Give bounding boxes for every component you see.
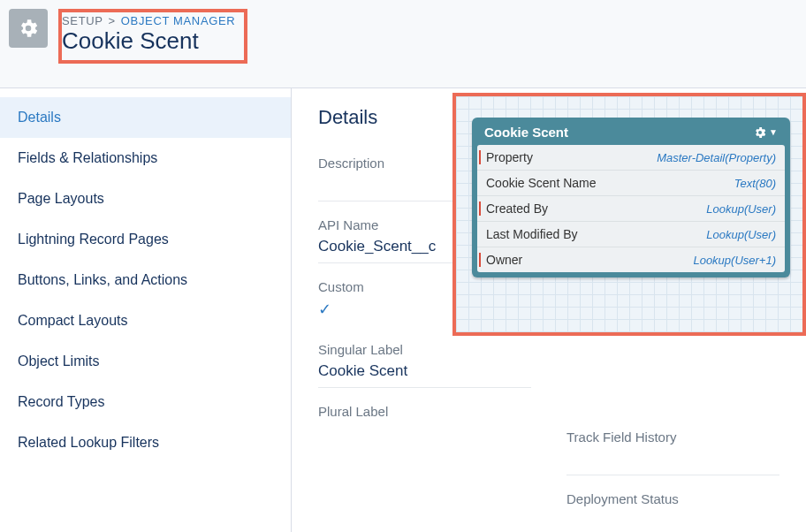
row-marker bbox=[479, 150, 481, 164]
breadcrumb: SETUP > OBJECT MANAGER bbox=[62, 14, 235, 27]
breadcrumb-separator: > bbox=[109, 14, 116, 27]
field-track-history: Track Field History bbox=[566, 429, 779, 475]
sidebar-item-record-types[interactable]: Record Types bbox=[0, 382, 291, 422]
schema-row[interactable]: Owner Lookup(User+1) bbox=[477, 247, 785, 272]
sidebar-item-object-limits[interactable]: Object Limits bbox=[0, 341, 291, 382]
row-marker bbox=[479, 201, 481, 216]
schema-row[interactable]: Property Master-Detail(Property) bbox=[477, 145, 785, 171]
label-track-history: Track Field History bbox=[566, 429, 779, 445]
sidebar-item-fields[interactable]: Fields & Relationships bbox=[0, 138, 291, 179]
schema-field-type: Lookup(User+1) bbox=[693, 254, 776, 267]
schema-highlight-box: Cookie Scent ▼ Property Master-Detail(Pr… bbox=[452, 93, 806, 336]
field-deployment: Deployment Status bbox=[566, 491, 779, 506]
page-header: SETUP > OBJECT MANAGER Cookie Scent bbox=[0, 0, 806, 88]
breadcrumb-setup[interactable]: SETUP bbox=[62, 14, 103, 27]
field-plural: Plural Label bbox=[318, 404, 531, 419]
sidebar-item-compact-layouts[interactable]: Compact Layouts bbox=[0, 300, 291, 341]
schema-row[interactable]: Last Modified By Lookup(User) bbox=[477, 222, 785, 247]
title-highlight-box: SETUP > OBJECT MANAGER Cookie Scent bbox=[58, 9, 247, 64]
chevron-down-icon: ▼ bbox=[769, 127, 778, 137]
schema-field-name: Created By bbox=[486, 201, 548, 216]
schema-row[interactable]: Cookie Scent Name Text(80) bbox=[477, 171, 785, 196]
content-area: Details Fields & Relationships Page Layo… bbox=[0, 88, 806, 532]
sidebar-item-page-layouts[interactable]: Page Layouts bbox=[0, 179, 291, 219]
schema-card-header: Cookie Scent ▼ bbox=[477, 123, 785, 145]
schema-field-type: Master-Detail(Property) bbox=[657, 151, 776, 164]
schema-card-body: Property Master-Detail(Property) Cookie … bbox=[477, 145, 785, 272]
sidebar-item-lightning-pages[interactable]: Lightning Record Pages bbox=[0, 219, 291, 260]
sidebar-item-buttons-links[interactable]: Buttons, Links, and Actions bbox=[0, 260, 291, 300]
schema-field-name: Owner bbox=[486, 253, 522, 267]
label-deployment: Deployment Status bbox=[566, 491, 779, 506]
schema-field-name: Property bbox=[486, 150, 533, 164]
check-icon: ✓ bbox=[318, 300, 331, 318]
value-track-history bbox=[566, 446, 779, 475]
schema-card-menu[interactable]: ▼ bbox=[753, 125, 778, 140]
label-plural: Plural Label bbox=[318, 404, 531, 419]
schema-card[interactable]: Cookie Scent ▼ Property Master-Detail(Pr… bbox=[472, 118, 790, 277]
schema-card-title: Cookie Scent bbox=[484, 125, 568, 140]
schema-field-type: Lookup(User) bbox=[706, 228, 776, 241]
row-marker bbox=[479, 253, 481, 267]
label-singular: Singular Label bbox=[318, 342, 531, 357]
schema-field-type: Text(80) bbox=[734, 177, 776, 190]
sidebar-item-details[interactable]: Details bbox=[0, 97, 291, 138]
schema-field-type: Lookup(User) bbox=[706, 202, 776, 216]
schema-field-name: Cookie Scent Name bbox=[486, 176, 597, 190]
value-singular: Cookie Scent bbox=[318, 359, 531, 388]
sidebar-item-related-lookup[interactable]: Related Lookup Filters bbox=[0, 422, 291, 463]
field-singular: Singular Label Cookie Scent bbox=[318, 342, 531, 388]
details-panel: Details Description API Name Cookie_Scen… bbox=[292, 88, 806, 532]
schema-field-name: Last Modified By bbox=[486, 227, 578, 241]
schema-row[interactable]: Created By Lookup(User) bbox=[477, 196, 785, 222]
gear-icon bbox=[17, 17, 40, 40]
object-sidebar: Details Fields & Relationships Page Layo… bbox=[0, 88, 292, 532]
gear-icon bbox=[753, 125, 767, 140]
breadcrumb-object-manager[interactable]: OBJECT MANAGER bbox=[121, 14, 236, 27]
setup-gear-icon bbox=[9, 9, 48, 48]
page-title: Cookie Scent bbox=[62, 27, 235, 55]
